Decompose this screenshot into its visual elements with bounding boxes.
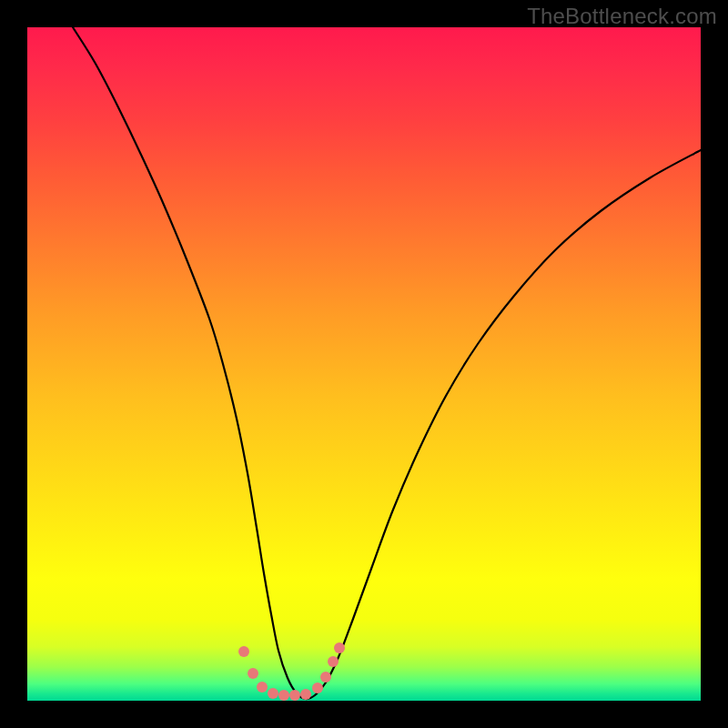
valley-dot bbox=[248, 668, 258, 679]
valley-dot bbox=[289, 690, 300, 701]
chart-svg bbox=[27, 27, 701, 701]
valley-dot bbox=[328, 656, 339, 667]
bottleneck-curve bbox=[73, 27, 701, 699]
chart-frame: TheBottleneck.com bbox=[0, 0, 728, 728]
plot-area bbox=[27, 27, 701, 701]
valley-dot bbox=[278, 690, 289, 701]
valley-dot bbox=[257, 682, 268, 693]
valley-dot bbox=[312, 682, 323, 693]
valley-dot bbox=[238, 646, 249, 657]
valley-marker-group bbox=[238, 642, 345, 701]
valley-dot bbox=[334, 642, 345, 653]
watermark-text: TheBottleneck.com bbox=[527, 4, 717, 29]
valley-dot bbox=[268, 688, 278, 699]
valley-dot bbox=[320, 672, 331, 682]
valley-dot bbox=[300, 689, 311, 700]
